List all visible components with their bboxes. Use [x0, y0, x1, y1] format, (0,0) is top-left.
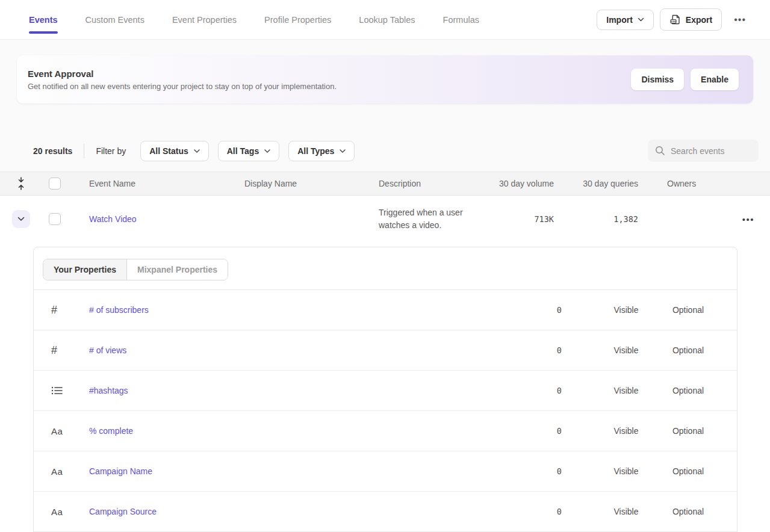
- property-status: Optional: [658, 426, 718, 436]
- filter-by-label: Filter by: [96, 146, 126, 156]
- banner-title: Event Approval: [28, 69, 337, 79]
- column-30-day-volume: 30 day volume: [494, 179, 554, 188]
- chevron-down-icon: [340, 149, 346, 153]
- status-filter-value: All Status: [149, 146, 188, 156]
- property-visibility: Visible: [596, 345, 656, 355]
- column-event-name: Event Name: [61, 179, 244, 188]
- import-button[interactable]: Import: [597, 10, 654, 30]
- filter-bar: 20 results Filter by All Status All Tags…: [0, 140, 770, 162]
- banner-text: Event Approval Get notified on all new e…: [28, 69, 337, 91]
- active-tab-underline: [29, 31, 58, 34]
- property-query-count: 0: [520, 466, 562, 476]
- tags-filter-dropdown[interactable]: All Tags: [218, 141, 279, 161]
- property-visibility: Visible: [596, 305, 656, 315]
- event-30-day-volume: 713K: [494, 214, 554, 224]
- tab-lookup-tables[interactable]: Lookup Tables: [359, 15, 415, 25]
- export-button-label: Export: [686, 15, 712, 25]
- property-name-link[interactable]: # of views: [89, 345, 520, 355]
- tab-events-label: Events: [29, 15, 58, 25]
- tab-your-properties[interactable]: Your Properties: [43, 259, 127, 280]
- tab-profile-properties-label: Profile Properties: [264, 15, 331, 25]
- list-type-icon: [51, 386, 89, 395]
- results-count: 20 results: [33, 146, 72, 156]
- export-button[interactable]: csv Export: [660, 8, 722, 31]
- property-row: # # of subscribers 0 Visible Optional: [34, 290, 737, 330]
- status-filter-dropdown[interactable]: All Status: [140, 141, 209, 161]
- property-name-link[interactable]: Campaign Name: [89, 466, 520, 476]
- search-events-input[interactable]: [671, 146, 751, 156]
- properties-tabs-row: Your Properties Mixpanel Properties: [34, 247, 737, 290]
- select-all-checkbox[interactable]: [49, 178, 61, 190]
- property-name-link[interactable]: # of subscribers: [89, 305, 520, 315]
- tab-formulas[interactable]: Formulas: [443, 15, 479, 25]
- row-more-actions-icon[interactable]: •••: [742, 214, 754, 224]
- dismiss-button[interactable]: Dismiss: [631, 69, 684, 90]
- row-checkbox[interactable]: [49, 213, 61, 225]
- chevron-down-icon: [638, 17, 644, 22]
- number-type-icon: #: [51, 344, 89, 357]
- event-30-day-queries: 1,382: [554, 214, 638, 224]
- search-events-box[interactable]: [648, 140, 759, 162]
- tab-profile-properties[interactable]: Profile Properties: [264, 15, 331, 25]
- property-query-count: 0: [520, 426, 562, 436]
- property-row: Aa Campaign Source 0 Visible Optional: [34, 492, 737, 532]
- text-type-icon: Aa: [51, 466, 89, 477]
- property-visibility: Visible: [596, 426, 656, 436]
- events-table-header: Event Name Display Name Description 30 d…: [0, 172, 770, 196]
- enable-button[interactable]: Enable: [691, 69, 739, 90]
- property-status: Optional: [658, 386, 718, 395]
- upper-section: Event Approval Get notified on all new e…: [0, 40, 770, 172]
- chevron-down-icon: [17, 217, 25, 221]
- types-filter-value: All Types: [297, 146, 334, 156]
- property-status: Optional: [658, 507, 718, 516]
- tab-event-properties-label: Event Properties: [172, 15, 237, 25]
- property-name-link[interactable]: #hashtags: [89, 386, 520, 395]
- banner-actions: Dismiss Enable: [631, 69, 739, 90]
- property-row: Aa Campaign Name 0 Visible Optional: [34, 451, 737, 492]
- tab-events[interactable]: Events: [29, 15, 58, 25]
- collapse-all-icon[interactable]: [12, 176, 30, 191]
- tab-lookup-tables-label: Lookup Tables: [359, 15, 415, 25]
- property-name-link[interactable]: Campaign Source: [89, 507, 520, 516]
- column-display-name: Display Name: [244, 179, 379, 188]
- property-name-link[interactable]: % complete: [89, 426, 520, 436]
- property-row: Aa % complete 0 Visible Optional: [34, 411, 737, 451]
- event-name-link[interactable]: Watch Video: [89, 214, 137, 224]
- vertical-divider: [84, 144, 84, 158]
- event-description: Triggered when a user watches a video.: [379, 206, 494, 232]
- event-row-watch-video: Watch Video Triggered when a user watche…: [0, 196, 770, 243]
- property-query-count: 0: [520, 386, 562, 395]
- property-status: Optional: [658, 345, 718, 355]
- lexicon-page: Events Custom Events Event Properties Pr…: [0, 0, 770, 532]
- collapse-row-button[interactable]: [12, 210, 30, 228]
- topbar-actions: Import csv Export •••: [597, 8, 748, 31]
- properties-tab-switcher: Your Properties Mixpanel Properties: [43, 259, 228, 280]
- column-description: Description: [379, 179, 494, 188]
- property-row: #hashtags 0 Visible Optional: [34, 371, 737, 411]
- column-owners: Owners: [638, 179, 727, 188]
- more-actions-icon[interactable]: •••: [728, 11, 748, 29]
- column-30-day-queries: 30 day queries: [554, 179, 638, 188]
- property-visibility: Visible: [596, 507, 656, 516]
- property-status: Optional: [658, 466, 718, 476]
- tab-event-properties[interactable]: Event Properties: [172, 15, 237, 25]
- tab-formulas-label: Formulas: [443, 15, 479, 25]
- search-icon: [655, 146, 665, 156]
- text-type-icon: Aa: [51, 426, 89, 436]
- property-visibility: Visible: [596, 466, 656, 476]
- text-type-icon: Aa: [51, 507, 89, 517]
- types-filter-dropdown[interactable]: All Types: [288, 141, 355, 161]
- chevron-down-icon: [194, 149, 200, 153]
- tab-mixpanel-properties[interactable]: Mixpanel Properties: [127, 259, 228, 280]
- tab-custom-events-label: Custom Events: [85, 15, 144, 25]
- property-query-count: 0: [520, 305, 562, 315]
- tags-filter-value: All Tags: [227, 146, 259, 156]
- import-button-label: Import: [606, 15, 633, 25]
- event-properties-panel: Your Properties Mixpanel Properties # # …: [33, 247, 737, 532]
- tab-custom-events[interactable]: Custom Events: [85, 15, 144, 25]
- property-visibility: Visible: [596, 386, 656, 395]
- top-navigation-bar: Events Custom Events Event Properties Pr…: [0, 0, 770, 40]
- event-approval-banner: Event Approval Get notified on all new e…: [17, 55, 753, 104]
- csv-file-icon: csv: [669, 14, 681, 25]
- property-status: Optional: [658, 305, 718, 315]
